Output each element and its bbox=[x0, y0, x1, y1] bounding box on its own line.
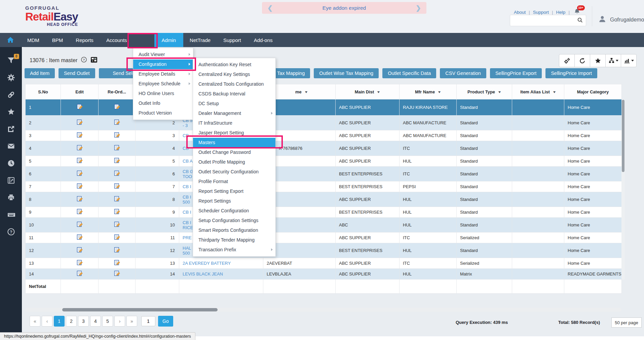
sort-arrow-icon[interactable]: ▼ bbox=[438, 90, 442, 94]
sidebar-window-export-icon[interactable] bbox=[7, 176, 15, 184]
search-input[interactable] bbox=[513, 16, 575, 25]
page-1-button[interactable]: 1 bbox=[54, 316, 65, 327]
table-row[interactable]: 55CB AABC SUPPLIERHULStandardHome Care bbox=[26, 156, 622, 167]
cell-reorder[interactable] bbox=[99, 269, 136, 280]
cell-reorder[interactable] bbox=[99, 243, 136, 258]
sellingprice-export-button[interactable]: SellingPrice Export bbox=[490, 68, 542, 78]
vertical-scrollbar-thumb[interactable] bbox=[622, 100, 624, 172]
submenu-item-authentication-key-reset[interactable]: Authentication Key Reset bbox=[193, 60, 275, 70]
cell-reorder[interactable] bbox=[99, 99, 136, 116]
col-header-edit[interactable]: Edit bbox=[61, 84, 99, 99]
table-row[interactable]: 33CBABC SUPPLIERABC MANUFACTUREStandardH… bbox=[26, 130, 622, 141]
search-icon[interactable] bbox=[577, 17, 583, 25]
sidebar-share-icon[interactable] bbox=[7, 125, 15, 133]
toolbar-tree-icon[interactable] bbox=[605, 54, 621, 67]
tax-mapping-button[interactable]: Tax Mapping bbox=[272, 68, 310, 78]
cell-edit[interactable] bbox=[61, 243, 99, 258]
cell-reorder[interactable] bbox=[99, 116, 136, 130]
submenu-item-outlet-profile-mapping[interactable]: Outlet Profile Mapping bbox=[193, 157, 275, 167]
banner-prev-icon[interactable]: ❮ bbox=[267, 4, 273, 12]
cell-reorder[interactable] bbox=[99, 192, 136, 207]
table-row[interactable]: 13132A EVEREDY BATTERY2AEVERBATABC SUPPL… bbox=[26, 258, 622, 269]
cell-reorder[interactable] bbox=[99, 258, 136, 269]
cell-reorder[interactable] bbox=[99, 167, 136, 181]
nav-item-accounts[interactable]: Accounts bbox=[100, 33, 134, 47]
about-link[interactable]: About bbox=[514, 10, 526, 15]
cell-reorder[interactable] bbox=[99, 141, 136, 156]
sidebar-clock-icon[interactable] bbox=[7, 159, 15, 167]
table-row[interactable]: 88CB I500ABC SUPPLIERHULStandardHome Car… bbox=[26, 192, 622, 207]
cell-edit[interactable] bbox=[61, 116, 99, 130]
sellingprice-import-button[interactable]: SellingPrice Import bbox=[545, 68, 597, 78]
nav-item-support[interactable]: Support bbox=[217, 33, 248, 47]
submenu-item-masters[interactable]: Masters bbox=[193, 138, 275, 147]
help-circle-icon[interactable]: ? bbox=[81, 56, 87, 64]
cell-reorder[interactable] bbox=[99, 207, 136, 218]
toolbar-star-icon[interactable] bbox=[590, 54, 606, 67]
cell-edit[interactable] bbox=[61, 141, 99, 156]
submenu-item-centralized-key-settings[interactable]: Centralized Key Settings bbox=[193, 70, 275, 79]
nav-item-add-ons[interactable]: Add-ons bbox=[248, 33, 279, 47]
nav-item-reports[interactable]: Reports bbox=[69, 33, 100, 47]
col-header-reord[interactable]: Re-Ord... bbox=[99, 84, 136, 99]
cell-edit[interactable] bbox=[61, 99, 99, 116]
menu-item-employee-schedule[interactable]: Employee Schedule bbox=[133, 79, 193, 89]
cell-item-name[interactable]: 2A EVEREDY BATTERY bbox=[179, 258, 263, 269]
page-first-button[interactable]: « bbox=[30, 316, 40, 327]
cell-reorder[interactable] bbox=[99, 181, 136, 192]
cell-edit[interactable] bbox=[61, 232, 99, 243]
cell-reorder[interactable] bbox=[99, 232, 136, 243]
table-row[interactable]: 77CB IBEST ENTERPRISESPEPSIStandardHome … bbox=[26, 181, 622, 192]
cell-edit[interactable] bbox=[61, 258, 99, 269]
cell-edit[interactable] bbox=[61, 167, 99, 181]
cell-edit[interactable] bbox=[61, 192, 99, 207]
sort-arrow-icon[interactable]: ▼ bbox=[304, 90, 308, 94]
toolbar-gears-icon[interactable] bbox=[559, 54, 575, 67]
submenu-item-report-settings[interactable]: Report Settings bbox=[193, 196, 275, 206]
send-outlet-button[interactable]: Send Outlet bbox=[59, 68, 95, 78]
table-row[interactable]: 1212HAL500BEST ENTERPRISESHULStandardHom… bbox=[26, 243, 622, 258]
go-button[interactable]: Go bbox=[158, 316, 173, 327]
submenu-item-outlet-change-password[interactable]: Outlet Change Password bbox=[193, 147, 275, 157]
toolbar-refresh-icon[interactable] bbox=[574, 54, 590, 67]
nav-item-bpm[interactable]: BPM bbox=[46, 33, 70, 47]
sort-arrow-icon[interactable]: ▼ bbox=[377, 90, 381, 94]
submenu-item-scheduler-configuration[interactable]: Scheduler Configuration bbox=[193, 206, 275, 216]
home-icon[interactable] bbox=[0, 33, 21, 47]
help-link[interactable]: Help bbox=[556, 10, 566, 15]
sidebar-mail-icon[interactable] bbox=[7, 142, 15, 150]
cell-edit[interactable] bbox=[61, 181, 99, 192]
col-header-ptype[interactable]: Product Type▼ bbox=[457, 84, 512, 99]
cell-edit[interactable] bbox=[61, 207, 99, 218]
page-last-button[interactable]: » bbox=[126, 316, 137, 327]
submenu-item-smart-reports-configuration[interactable]: Smart Reports Configuration bbox=[193, 225, 275, 235]
cell-edit[interactable] bbox=[61, 218, 99, 232]
add-item-button[interactable]: Add Item bbox=[25, 68, 55, 78]
banner-next-icon[interactable]: ❯ bbox=[416, 4, 421, 12]
per-page-select[interactable]: 50 per page bbox=[611, 317, 642, 328]
page-next-button[interactable]: › bbox=[114, 316, 125, 327]
submenu-item-dealer-management[interactable]: Dealer Management bbox=[193, 109, 275, 118]
cell-edit[interactable] bbox=[61, 130, 99, 141]
menu-item-product-version[interactable]: Product Version bbox=[133, 108, 193, 118]
sidebar-link-icon[interactable] bbox=[7, 91, 15, 99]
menu-item-ho-online-users[interactable]: HO Online Users bbox=[133, 89, 193, 98]
outlet-wise-tax-mapping-button[interactable]: Outlet Wise Tax Mapping bbox=[314, 68, 379, 78]
table-row[interactable]: 1010CB IRICEABCHULStandardHome Care bbox=[26, 218, 622, 232]
horizontal-scrollbar[interactable] bbox=[25, 308, 621, 312]
submenu-item-outlet-security-configuration[interactable]: Outlet Security Configuration bbox=[193, 167, 275, 177]
cell-reorder[interactable] bbox=[99, 156, 136, 167]
sidebar-help-icon[interactable]: ? bbox=[7, 228, 15, 236]
table-row[interactable]: 1414LEVIS BLACK JEANLEVBLAJEAABC SUPPLIE… bbox=[26, 269, 622, 280]
submenu-item-profile-format[interactable]: Profile Format bbox=[193, 177, 275, 186]
table-row[interactable]: 22CB 5- 3ABC SUPPLIERABC MANUFACTUREStan… bbox=[26, 116, 622, 130]
user-account[interactable]: Gofrugaldemo bbox=[598, 15, 644, 25]
submenu-item-it-infrastructure[interactable]: IT InfraStructure bbox=[193, 118, 275, 128]
submenu-item-csds-backup-interval[interactable]: CSDS Backup Interval bbox=[193, 89, 275, 99]
support-link[interactable]: Support bbox=[533, 10, 549, 15]
table-row[interactable]: 99CB IBEST ENTERPRISESHULStandardHome Ca… bbox=[26, 207, 622, 218]
vertical-scrollbar[interactable] bbox=[621, 99, 625, 280]
menu-item-outlet-info[interactable]: Outlet Info bbox=[133, 98, 193, 108]
sidebar-printer-icon[interactable] bbox=[7, 194, 15, 202]
submenu-item-transaction-prefix[interactable]: Transaction Prefix bbox=[193, 245, 275, 255]
